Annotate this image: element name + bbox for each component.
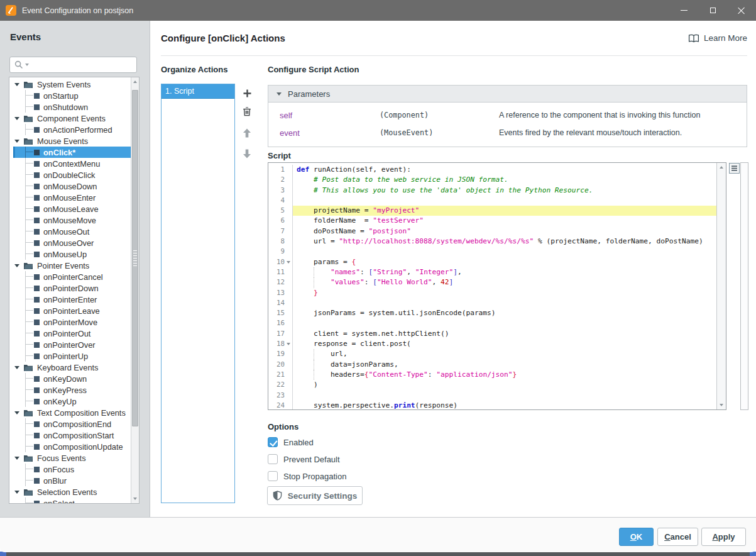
code-line-12[interactable]: 12 "values": ["Hello World", 42] bbox=[268, 277, 716, 287]
tree-item-onmouseenter[interactable]: onMouseEnter bbox=[13, 192, 131, 203]
code-line-21[interactable]: 21 headers={"Content-Type": "application… bbox=[268, 370, 716, 380]
tree-item-ondoubleclick[interactable]: onDoubleClick bbox=[13, 169, 131, 181]
learn-more-link[interactable]: Learn More bbox=[688, 33, 747, 43]
tree-item-selectionevents[interactable]: Selection Events bbox=[13, 486, 131, 498]
code-line-15[interactable]: 15 jsonParams = system.util.jsonEncode(p… bbox=[268, 308, 716, 318]
code-line-8[interactable]: 8 url = "http://localhost:8088/system/we… bbox=[268, 236, 716, 247]
tree-item-onpointerup[interactable]: onPointerUp bbox=[13, 350, 131, 362]
code-line-10[interactable]: 10 params = { bbox=[268, 257, 716, 267]
editor-menu-icon[interactable] bbox=[729, 163, 740, 174]
script-editor[interactable]: 1def runAction(self, event):2 # Post dat… bbox=[268, 162, 726, 410]
stop-propagation-checkbox[interactable] bbox=[268, 471, 278, 481]
code-line-24[interactable]: 24 system.perspective.print(response) bbox=[268, 401, 716, 410]
tree-item-oncompositionend[interactable]: onCompositionEnd bbox=[13, 418, 131, 430]
caret-down-icon[interactable] bbox=[14, 264, 19, 267]
tree-item-onpointerdown[interactable]: onPointerDown bbox=[13, 282, 131, 294]
caret-down-icon[interactable] bbox=[14, 457, 19, 460]
code-line-23[interactable]: 23 bbox=[268, 391, 716, 401]
code-line-2[interactable]: 2 # Post data to the web service in JSON… bbox=[268, 175, 716, 185]
code-line-4[interactable]: 4 bbox=[268, 196, 716, 206]
apply-button[interactable]: Apply bbox=[701, 528, 746, 546]
tree-item-textcompositionevents[interactable]: Text Composition Events bbox=[13, 407, 131, 418]
tree-item-pointerevents[interactable]: Pointer Events bbox=[13, 260, 131, 271]
scroll-down-icon[interactable] bbox=[133, 498, 137, 500]
code-line-19[interactable]: 19 url, bbox=[268, 349, 716, 359]
scrollbar-thumb[interactable] bbox=[132, 90, 138, 426]
prevent-default-checkbox-row[interactable]: Prevent Default bbox=[268, 454, 340, 464]
tree-item-onmouseleave[interactable]: onMouseLeave bbox=[13, 203, 131, 214]
ok-button[interactable]: OK bbox=[619, 528, 654, 546]
tree-item-onkeydown[interactable]: onKeyDown bbox=[13, 373, 131, 384]
actions-list[interactable]: 1. Script bbox=[161, 84, 235, 503]
tree-item-onactionperformed[interactable]: onActionPerformed bbox=[13, 124, 131, 135]
tree-item-componentevents[interactable]: Component Events bbox=[13, 113, 131, 124]
tree-item-onmouseup[interactable]: onMouseUp bbox=[13, 248, 131, 260]
cancel-button[interactable]: Cancel bbox=[657, 528, 698, 546]
parameters-header[interactable]: Parameters bbox=[268, 85, 747, 103]
tree-item-onfocus[interactable]: onFocus bbox=[13, 464, 131, 475]
tree-item-onpointerenter[interactable]: onPointerEnter bbox=[13, 294, 131, 305]
tree-item-systemevents[interactable]: System Events bbox=[13, 79, 131, 90]
close-button[interactable] bbox=[727, 0, 756, 21]
code-line-9[interactable]: 9 bbox=[268, 247, 716, 257]
action-list-item[interactable]: 1. Script bbox=[162, 84, 234, 99]
code-line-11[interactable]: 11 "names": ["String", "Integer"], bbox=[268, 267, 716, 277]
scroll-up-icon[interactable] bbox=[133, 81, 137, 83]
move-action-down-button[interactable] bbox=[241, 148, 253, 159]
code-line-7[interactable]: 7 doPostName = "postjson" bbox=[268, 226, 716, 236]
delete-action-button[interactable] bbox=[241, 106, 253, 117]
editor-scrollbar[interactable] bbox=[716, 163, 726, 409]
add-action-button[interactable] bbox=[241, 87, 253, 99]
move-action-up-button[interactable] bbox=[241, 127, 253, 138]
tree-item-onstartup[interactable]: onStartup bbox=[13, 90, 131, 101]
caret-down-icon[interactable] bbox=[14, 117, 19, 120]
maximize-button[interactable] bbox=[698, 0, 727, 21]
search-options-caret-icon[interactable] bbox=[25, 64, 29, 66]
code-line-16[interactable]: 16 bbox=[268, 318, 716, 328]
caret-down-icon[interactable] bbox=[14, 83, 19, 86]
titlebar[interactable]: Event Configuration on postjson bbox=[0, 0, 756, 21]
tree-item-onpointerout[interactable]: onPointerOut bbox=[13, 328, 131, 339]
events-tree-scrollbar[interactable] bbox=[131, 77, 139, 503]
code-line-3[interactable]: 3 # This allows you to use the 'data' ob… bbox=[268, 186, 716, 196]
tree-item-mouseevents[interactable]: Mouse Events bbox=[13, 135, 131, 147]
tree-item-keyboardevents[interactable]: Keyboard Events bbox=[13, 362, 131, 373]
tree-item-onclick[interactable]: onClick* bbox=[13, 147, 131, 158]
prevent-default-checkbox[interactable] bbox=[268, 454, 278, 464]
tree-item-onmousedown[interactable]: onMouseDown bbox=[13, 181, 131, 192]
code-line-22[interactable]: 22 ) bbox=[268, 380, 716, 390]
tree-item-focusevents[interactable]: Focus Events bbox=[13, 452, 131, 464]
tree-item-onmousemove[interactable]: onMouseMove bbox=[13, 214, 131, 226]
code-line-14[interactable]: 14 bbox=[268, 298, 716, 308]
tree-item-onselect[interactable]: onSelect bbox=[13, 498, 131, 503]
code-line-1[interactable]: 1def runAction(self, event): bbox=[268, 165, 716, 175]
scroll-down-icon[interactable] bbox=[720, 404, 723, 406]
code-line-6[interactable]: 6 folderName = "testServer" bbox=[268, 216, 716, 226]
enabled-checkbox[interactable] bbox=[268, 437, 278, 447]
fold-caret-icon[interactable] bbox=[285, 339, 293, 349]
event-search-input[interactable] bbox=[9, 57, 137, 73]
tree-item-onpointermove[interactable]: onPointerMove bbox=[13, 316, 131, 328]
tree-item-onmouseover[interactable]: onMouseOver bbox=[13, 237, 131, 248]
security-settings-button[interactable]: Security Settings bbox=[267, 486, 363, 505]
caret-down-icon[interactable] bbox=[14, 140, 19, 143]
stop-propagation-checkbox-row[interactable]: Stop Propagation bbox=[268, 471, 346, 481]
caret-down-icon[interactable] bbox=[14, 491, 19, 494]
caret-down-icon[interactable] bbox=[14, 411, 19, 414]
code-line-17[interactable]: 17 client = system.net.httpClient() bbox=[268, 329, 716, 339]
enabled-checkbox-row[interactable]: Enabled bbox=[268, 437, 314, 447]
tree-item-onpointercancel[interactable]: onPointerCancel bbox=[13, 271, 131, 282]
tree-item-oncompositionupdate[interactable]: onCompositionUpdate bbox=[13, 441, 131, 452]
tree-item-onmouseout[interactable]: onMouseOut bbox=[13, 226, 131, 237]
code-line-5[interactable]: 5 projectName = "myProject" bbox=[268, 206, 716, 216]
tree-item-onkeyup[interactable]: onKeyUp bbox=[13, 396, 131, 407]
code-line-20[interactable]: 20 data=jsonParams, bbox=[268, 360, 716, 370]
tree-item-onblur[interactable]: onBlur bbox=[13, 475, 131, 486]
tree-item-onpointerleave[interactable]: onPointerLeave bbox=[13, 305, 131, 316]
code-line-18[interactable]: 18 response = client.post( bbox=[268, 339, 716, 349]
code-line-13[interactable]: 13 } bbox=[268, 288, 716, 298]
tree-item-oncompositionstart[interactable]: onCompositionStart bbox=[13, 430, 131, 441]
tree-item-onshutdown[interactable]: onShutdown bbox=[13, 101, 131, 113]
tree-item-onpointerover[interactable]: onPointerOver bbox=[13, 339, 131, 350]
scroll-up-icon[interactable] bbox=[720, 166, 723, 169]
